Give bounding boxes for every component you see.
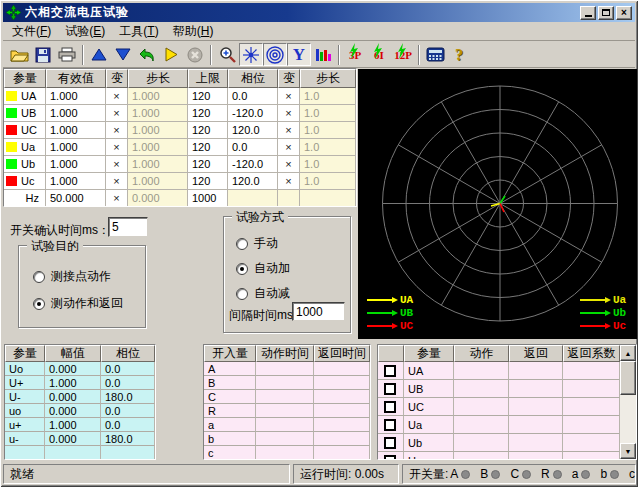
phase-cell[interactable]: 0.0: [228, 139, 278, 156]
vary-toggle-cell[interactable]: ×: [106, 173, 128, 190]
limit-cell[interactable]: 120: [188, 156, 228, 173]
radio-contact-action[interactable]: 测接点动作: [33, 268, 111, 285]
vary-toggle-cell[interactable]: ×: [278, 156, 300, 173]
vary-toggle-cell[interactable]: ×: [106, 139, 128, 156]
phase-cell[interactable]: 120.0: [228, 122, 278, 139]
value-cell[interactable]: 1.000: [46, 173, 106, 190]
menu-help[interactable]: 帮助(H): [166, 21, 221, 42]
select-cell: [378, 380, 404, 398]
scroll-up-button[interactable]: ▲: [620, 345, 636, 361]
radio-auto-decrease[interactable]: 自动减: [236, 285, 290, 302]
mode-6i-button[interactable]: 6I: [367, 43, 391, 66]
column-header: 有效值: [46, 69, 106, 88]
vector-view-button[interactable]: [239, 43, 263, 66]
phase-cell[interactable]: -120.0: [228, 105, 278, 122]
radio-icon: [33, 271, 45, 283]
limit-cell[interactable]: 120: [188, 173, 228, 190]
maximize-button[interactable]: [598, 6, 614, 20]
value-cell[interactable]: 1.000: [46, 139, 106, 156]
radio-icon: [236, 288, 248, 300]
minimize-icon: [585, 15, 592, 17]
undo-button[interactable]: [135, 43, 159, 66]
circles-view-button[interactable]: [263, 43, 287, 66]
limit-cell[interactable]: 120: [188, 88, 228, 105]
table-row: uo 0.000 0.0: [5, 404, 155, 418]
checkbox[interactable]: [384, 455, 396, 461]
lower-button[interactable]: [111, 43, 135, 66]
arrowhead-icon: [392, 323, 398, 329]
scroll-down-button[interactable]: ▼: [620, 443, 636, 459]
phase-cell[interactable]: -120.0: [228, 156, 278, 173]
value-cell[interactable]: 1.000: [46, 122, 106, 139]
stop-button[interactable]: [183, 43, 207, 66]
menu-test[interactable]: 试验(E): [58, 21, 112, 42]
vary-toggle-cell[interactable]: ×: [278, 105, 300, 122]
checkbox[interactable]: [384, 401, 396, 413]
step-cell: 1.000: [128, 105, 188, 122]
vary-toggle-cell[interactable]: ×: [278, 139, 300, 156]
value-cell[interactable]: 1.000: [46, 105, 106, 122]
table-row: Ub: [378, 434, 636, 452]
radio-auto-increase[interactable]: 自动加: [236, 260, 290, 277]
bar-chart-icon: [315, 47, 331, 62]
vary-toggle-cell[interactable]: ×: [106, 156, 128, 173]
legend-label: UB: [400, 307, 413, 319]
menu-tools[interactable]: 工具(T): [112, 21, 165, 42]
limit-cell[interactable]: 1000: [188, 190, 228, 207]
vary-toggle-cell[interactable]: ×: [278, 88, 300, 105]
seq-name: U-: [5, 390, 45, 404]
seq-amplitude: 1.000: [45, 418, 101, 432]
phase-cell[interactable]: 0.0: [228, 88, 278, 105]
limit-cell[interactable]: 120: [188, 139, 228, 156]
checkbox[interactable]: [384, 365, 396, 377]
radio-manual[interactable]: 手动: [236, 235, 278, 252]
vary-toggle-cell[interactable]: ×: [106, 190, 128, 207]
vary-toggle-cell[interactable]: ×: [106, 88, 128, 105]
confirm-time-input[interactable]: [108, 217, 148, 237]
help-button[interactable]: ?: [447, 43, 471, 66]
checkbox[interactable]: [384, 419, 396, 431]
step-cell: [300, 190, 356, 207]
ratio-cell: [563, 362, 620, 380]
switch-letter: R: [541, 467, 550, 481]
interval-input[interactable]: [292, 302, 345, 321]
scroll-thumb[interactable]: [620, 361, 636, 395]
question-mark-icon: ?: [455, 46, 463, 64]
y-view-button[interactable]: Y: [287, 43, 311, 66]
vary-toggle-cell[interactable]: ×: [106, 122, 128, 139]
column-header: 变: [106, 69, 128, 88]
open-button[interactable]: [7, 43, 31, 66]
start-button[interactable]: [159, 43, 183, 66]
phase-cell[interactable]: 120.0: [228, 173, 278, 190]
calculator-button[interactable]: [423, 43, 447, 66]
limit-cell[interactable]: 120: [188, 105, 228, 122]
value-cell[interactable]: 1.000: [46, 88, 106, 105]
vary-toggle-cell[interactable]: ×: [278, 173, 300, 190]
switch-letter: c: [629, 467, 635, 481]
action-time-cell: [256, 418, 314, 432]
raise-button[interactable]: [87, 43, 111, 66]
vary-toggle-cell[interactable]: ×: [106, 105, 128, 122]
mode-12p-button[interactable]: 12P: [391, 43, 415, 66]
vary-toggle-cell[interactable]: ×: [278, 122, 300, 139]
value-cell[interactable]: 1.000: [46, 156, 106, 173]
print-button[interactable]: [55, 43, 79, 66]
menu-file[interactable]: 文件(F): [5, 21, 58, 42]
return-time-cell: [314, 376, 370, 390]
radio-action-and-return[interactable]: 测动作和返回: [33, 295, 123, 312]
vertical-scrollbar[interactable]: ▲ ▼: [620, 345, 636, 459]
checkbox[interactable]: [384, 383, 396, 395]
seq-name: U+: [5, 376, 45, 390]
limit-cell[interactable]: 120: [188, 122, 228, 139]
toolbar-separator: [210, 45, 212, 65]
checkbox[interactable]: [384, 437, 396, 449]
save-button[interactable]: [31, 43, 55, 66]
contact-name: R: [204, 404, 256, 418]
zoom-button[interactable]: [215, 43, 239, 66]
mode-3p-button[interactable]: 3P: [343, 43, 367, 66]
close-button[interactable]: ×: [616, 6, 632, 20]
bars-view-button[interactable]: [311, 43, 335, 66]
minimize-button[interactable]: [580, 6, 596, 20]
value-cell[interactable]: 50.000: [46, 190, 106, 207]
action-time-cell: [256, 362, 314, 376]
